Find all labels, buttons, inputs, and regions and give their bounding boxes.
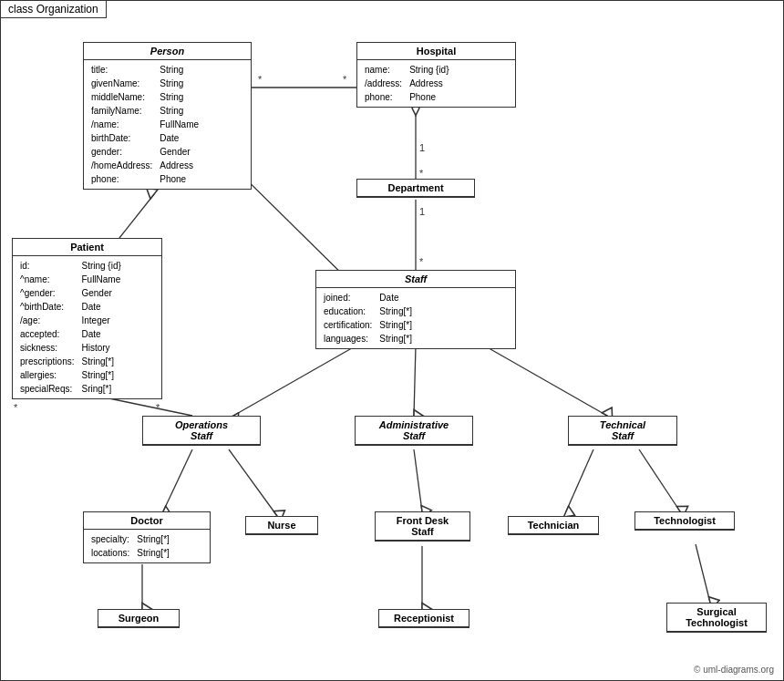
svg-text:1: 1 [419,206,425,217]
class-person-attrs: title:String givenName:String middleName… [84,60,251,189]
class-staff: Staff joined:Date education:String[*] ce… [315,270,516,349]
svg-line-15 [414,346,416,416]
svg-line-11 [119,194,154,238]
svg-text:*: * [343,74,347,85]
class-patient-name: Patient [13,239,161,256]
class-department: Department [356,179,475,198]
class-nurse: Nurse [245,516,318,535]
class-administrative-staff: Administrative Staff [355,416,473,446]
class-hospital-name: Hospital [357,43,515,60]
svg-line-24 [696,544,710,603]
class-department-name: Department [357,180,474,197]
class-technical-staff-name: Technical Staff [569,417,676,445]
class-technologist: Technologist [634,511,735,531]
class-surgical-technologist-name: Surgical Technologist [667,604,766,632]
class-technologist-name: Technologist [635,512,734,530]
class-technician: Technician [508,516,599,535]
class-operations-staff-name: Operations Staff [143,417,260,445]
svg-line-14 [233,346,356,416]
class-staff-name: Staff [316,271,515,288]
class-front-desk-staff: Front Desk Staff [375,511,470,542]
svg-line-17 [163,449,192,511]
class-hospital-attrs: name:String {id} /address:Address phone:… [357,60,515,107]
svg-text:*: * [419,168,424,179]
class-doctor-name: Doctor [84,512,210,530]
diagram: class Organization * * 1 * [0,0,784,681]
svg-text:*: * [258,74,263,85]
class-surgeon-name: Surgeon [98,610,179,627]
class-nurse-name: Nurse [246,517,317,534]
class-doctor-attrs: specialty:String[*] locations:String[*] [84,530,210,562]
class-hospital: Hospital name:String {id} /address:Addre… [356,42,516,108]
svg-text:*: * [14,402,18,413]
class-technical-staff: Technical Staff [568,416,677,446]
svg-line-19 [414,449,422,511]
class-person: Person title:String givenName:String mid… [83,42,252,190]
class-receptionist: Receptionist [378,609,469,628]
class-person-name: Person [84,43,251,60]
class-surgeon: Surgeon [98,609,180,628]
class-patient: Patient id:String {id} ^name:FullName ^g… [12,238,162,399]
class-patient-attrs: id:String {id} ^name:FullName ^gender:Ge… [13,256,161,398]
svg-line-18 [229,449,277,516]
class-receptionist-name: Receptionist [379,610,469,627]
svg-text:*: * [419,256,424,267]
class-administrative-staff-name: Administrative Staff [356,417,472,445]
class-front-desk-staff-name: Front Desk Staff [376,512,469,541]
svg-line-21 [639,449,680,511]
class-staff-attrs: joined:Date education:String[*] certific… [316,288,515,348]
svg-line-20 [566,449,593,511]
copyright: © uml-diagrams.org [694,665,774,675]
svg-text:1: 1 [419,142,425,153]
class-operations-staff: Operations Staff [142,416,261,446]
class-doctor: Doctor specialty:String[*] locations:Str… [83,511,211,563]
diagram-title: class Organization [1,1,107,18]
class-surgical-technologist: Surgical Technologist [666,603,767,633]
class-technician-name: Technician [509,517,598,534]
svg-line-16 [484,346,607,416]
svg-text:*: * [156,402,160,413]
